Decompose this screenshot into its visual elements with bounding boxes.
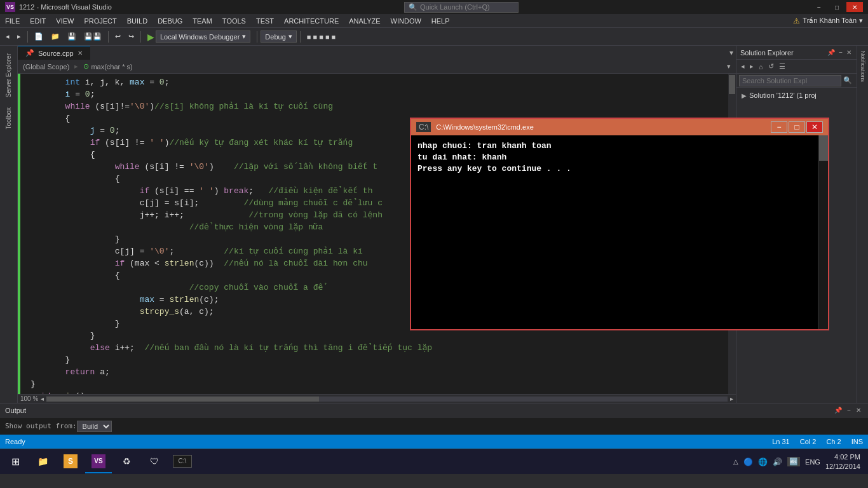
menu-edit[interactable]: EDIT bbox=[25, 16, 51, 26]
tray-lang[interactable]: ENG bbox=[805, 458, 820, 466]
toolbar-fwd-btn[interactable]: ▸ bbox=[14, 30, 24, 44]
toolbar-sep5 bbox=[300, 31, 301, 43]
toolbar-back-btn[interactable]: ◂ bbox=[3, 30, 13, 44]
output-source-dropdown[interactable]: Build bbox=[77, 421, 112, 432]
cmd-line-3: Press any key to continue . . . bbox=[417, 163, 822, 175]
sol-nav-fwd[interactable]: ▸ bbox=[748, 62, 756, 71]
tab-scroll-btn[interactable]: ▾ bbox=[727, 46, 736, 60]
notifications-tab[interactable]: Notifications bbox=[858, 48, 867, 85]
server-explorer-tab[interactable]: Server Explorer bbox=[3, 48, 15, 102]
tab-close-btn[interactable]: ✕ bbox=[78, 50, 83, 57]
debug-mode-label: Debug bbox=[265, 33, 285, 41]
solution-root-item[interactable]: ▶ Solution '1212' (1 proj bbox=[739, 90, 854, 100]
menu-build[interactable]: BUILD bbox=[122, 16, 153, 26]
toolbar-undo-btn[interactable]: ↩ bbox=[112, 30, 124, 44]
taskbar-cmd[interactable]: C:\ bbox=[169, 451, 196, 473]
toolbar-save-btn[interactable]: 💾 bbox=[64, 30, 79, 44]
title-search-area: 🔍 Quick Launch (Ctrl+Q) bbox=[404, 2, 519, 13]
output-close-btn[interactable]: ✕ bbox=[854, 406, 863, 414]
toolbar-save-all-btn[interactable]: 💾💾 bbox=[81, 30, 105, 44]
toolbar-redo-btn[interactable]: ↪ bbox=[125, 30, 137, 44]
toolbar-play-btn[interactable]: ▶ Local Windows Debugger ▾ bbox=[144, 30, 254, 44]
window-title: 1212 - Microsoft Visual Studio bbox=[19, 3, 112, 11]
solution-search-input[interactable] bbox=[739, 75, 841, 86]
show-output-label: Show output from: bbox=[5, 422, 77, 430]
sol-close-btn[interactable]: ✕ bbox=[845, 48, 853, 57]
menu-window[interactable]: WINDOW bbox=[386, 16, 426, 26]
tray-keyboard-badge[interactable]: 🔤 bbox=[787, 457, 800, 466]
status-right: Ln 31 Col 2 Ch 2 INS bbox=[772, 438, 863, 445]
cmd-minimize-btn[interactable]: − bbox=[771, 121, 787, 133]
sol-pin-btn[interactable]: 📌 bbox=[826, 48, 836, 57]
status-ins: INS bbox=[851, 438, 863, 445]
solution-search-bar: 🔍 bbox=[736, 74, 857, 88]
breadcrumb-scope[interactable]: (Global Scope) bbox=[23, 63, 69, 71]
start-button[interactable]: ⊞ bbox=[3, 451, 28, 473]
status-bar: Ready Ln 31 Col 2 Ch 2 INS bbox=[0, 435, 868, 449]
toolbar-open-btn[interactable]: 📁 bbox=[48, 30, 63, 44]
tray-antivirus[interactable]: 🔵 bbox=[743, 458, 753, 466]
cmd-scrollbar[interactable] bbox=[818, 135, 828, 329]
menu-analyze[interactable]: ANALYZE bbox=[344, 16, 385, 26]
menu-project[interactable]: PROJECT bbox=[79, 16, 121, 26]
menu-tools[interactable]: TOOLS bbox=[217, 16, 251, 26]
taskbar-sublime[interactable]: S bbox=[57, 451, 84, 473]
status-ready: Ready bbox=[5, 438, 25, 445]
platform-label: Local Windows Debugger bbox=[160, 33, 240, 41]
tray-network[interactable]: 🌐 bbox=[758, 458, 768, 466]
toolbar-new-btn[interactable]: 📄 bbox=[31, 30, 46, 44]
cmd-line-2: tu dai nhat: khanh bbox=[417, 152, 822, 163]
play-icon: ▶ bbox=[147, 32, 154, 42]
cmd-maximize-btn[interactable]: □ bbox=[789, 121, 805, 133]
menu-bar: FILE EDIT VIEW PROJECT BUILD DEBUG TEAM … bbox=[0, 14, 868, 28]
system-clock[interactable]: 4:02 PM 12/12/2014 bbox=[825, 452, 860, 471]
cmd-title-left: C:\ C:\Windows\system32\cmd.exe bbox=[416, 122, 534, 132]
menu-team[interactable]: TEAM bbox=[187, 16, 217, 26]
search-icon: 🔍 bbox=[409, 3, 417, 11]
output-content: Show output from: Build bbox=[0, 417, 868, 435]
toolbar-more-btns[interactable]: ■ ■ ■ ■ ■ bbox=[304, 30, 339, 44]
zoom-inc[interactable]: ▸ bbox=[730, 395, 733, 402]
platform-dropdown[interactable]: Local Windows Debugger ▾ bbox=[156, 30, 250, 43]
taskbar-security[interactable]: 🛡 bbox=[141, 451, 168, 473]
menu-view[interactable]: VIEW bbox=[51, 16, 79, 26]
scrollbar-thumb[interactable] bbox=[729, 75, 735, 94]
output-panel-header: Output 📌 − ✕ bbox=[0, 403, 868, 417]
menu-file[interactable]: FILE bbox=[0, 16, 25, 26]
tray-chevron[interactable]: △ bbox=[733, 458, 738, 465]
menu-test[interactable]: TEST bbox=[251, 16, 279, 26]
quick-launch-box[interactable]: 🔍 Quick Launch (Ctrl+Q) bbox=[404, 2, 519, 13]
breadcrumb-scroll[interactable]: ▾ bbox=[727, 62, 731, 71]
output-dock-btn[interactable]: − bbox=[845, 406, 853, 414]
output-pin-btn[interactable]: 📌 bbox=[832, 406, 844, 414]
h-scrollbar-thumb[interactable] bbox=[46, 396, 319, 402]
close-button[interactable]: ✕ bbox=[846, 2, 863, 12]
sol-refresh-btn[interactable]: ↺ bbox=[766, 62, 776, 71]
zoom-dec[interactable]: ◂ bbox=[41, 395, 44, 402]
h-scrollbar-track[interactable] bbox=[46, 396, 728, 402]
toolbox-tab[interactable]: Toolbox bbox=[3, 102, 15, 134]
cmd-close-btn[interactable]: ✕ bbox=[806, 121, 823, 133]
menu-debug[interactable]: DEBUG bbox=[153, 16, 187, 26]
menu-architecture[interactable]: ARCHITECTURE bbox=[279, 16, 344, 26]
solution-folder-icon: ▶ bbox=[742, 92, 747, 99]
pin-icon: 📌 bbox=[25, 49, 34, 57]
taskbar-recycle[interactable]: ♻ bbox=[113, 451, 140, 473]
minimize-button[interactable]: − bbox=[811, 2, 827, 12]
taskbar: ⊞ 📁 S VS ♻ 🛡 C:\ △ 🔵 🌐 🔊 🔤 ENG 4:02 PM 1… bbox=[0, 449, 868, 474]
visual-studio-icon: VS bbox=[92, 454, 105, 468]
sol-home-btn[interactable]: ⌂ bbox=[757, 62, 765, 71]
tray-volume[interactable]: 🔊 bbox=[773, 458, 782, 466]
source-tab[interactable]: 📌 Source.cpp ✕ bbox=[18, 46, 90, 60]
sol-menu-btn[interactable]: ☰ bbox=[777, 62, 787, 71]
menu-help[interactable]: HELP bbox=[426, 16, 455, 26]
sol-dock-btn[interactable]: − bbox=[837, 48, 844, 57]
solution-search-icon[interactable]: 🔍 bbox=[841, 76, 854, 85]
maximize-button[interactable]: □ bbox=[829, 2, 845, 12]
taskbar-visual-studio[interactable]: VS bbox=[85, 451, 112, 473]
user-dropdown-arrow[interactable]: ▾ bbox=[859, 17, 863, 25]
sol-nav-back[interactable]: ◂ bbox=[739, 62, 747, 71]
toolbar-sep2 bbox=[108, 31, 109, 43]
taskbar-file-explorer[interactable]: 📁 bbox=[29, 451, 56, 473]
debug-mode-dropdown[interactable]: Debug ▾ bbox=[261, 30, 296, 43]
